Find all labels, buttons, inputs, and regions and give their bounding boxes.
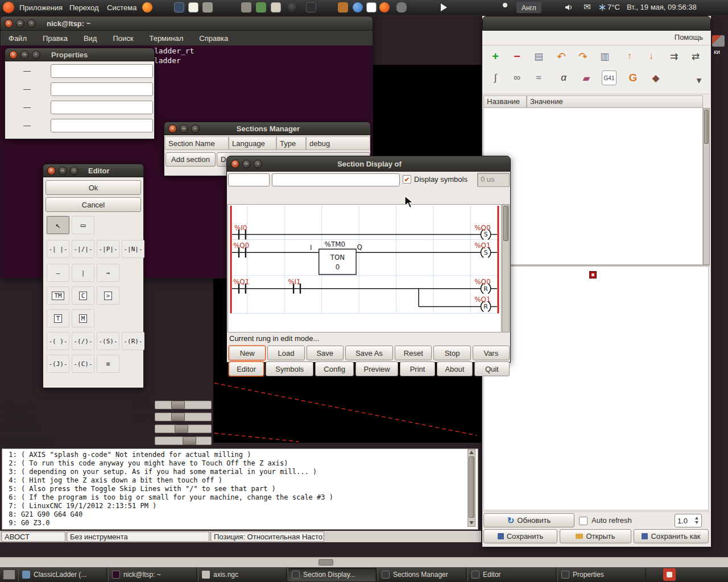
gcode-listing[interactable]: 1: ( AXIS "splash g-code" Not intended f… [2,448,478,530]
notebook-icon[interactable] [256,2,266,13]
cancel-button[interactable]: Cancel [46,197,141,212]
alpha-zoom-icon[interactable]: α [556,70,571,85]
add-icon[interactable]: + [488,49,503,64]
tool-coil-reset[interactable]: -(R)- [122,332,144,350]
menu-help[interactable]: Помощь [675,33,703,41]
tray-app-icon[interactable] [663,568,676,581]
character-map-icon[interactable] [366,2,377,13]
watch-scroll-thumb[interactable] [704,110,709,144]
gcode-scrollbar[interactable] [468,449,475,527]
editor-titlebar[interactable]: ✕ − ▫ Editor [43,164,144,177]
flame-icon[interactable] [379,2,390,13]
maximize-icon[interactable]: ▫ [254,160,262,168]
scale-input[interactable] [675,514,702,527]
close-icon[interactable]: ✕ [231,160,239,168]
about-button[interactable]: About [437,361,472,376]
new-button[interactable]: New [229,346,266,360]
minimize-icon[interactable]: − [242,160,251,168]
tool-contact-rising[interactable]: -|P|- [97,240,119,258]
tool-hline[interactable]: — [47,264,69,282]
tool-vline[interactable]: | [72,264,94,282]
users-tool-icon[interactable] [241,2,251,13]
maximize-icon[interactable]: ▫ [27,19,36,28]
tool-coil-not[interactable]: -(/)- [72,332,94,350]
symbol-edit-input[interactable] [272,173,400,186]
spindle-override-slider[interactable] [155,413,212,421]
resize-handle[interactable] [318,559,333,566]
tool-monostable[interactable]: M [72,309,94,327]
spin-up-icon[interactable] [695,517,698,519]
tool-pointer[interactable]: ↖ [47,216,69,234]
column-header-value[interactable]: Значение [527,95,703,108]
column-header-language[interactable]: Language [229,136,276,150]
save-button[interactable]: Save [307,346,344,360]
config-button[interactable]: Config [315,361,354,376]
curve-tool-icon[interactable]: ∫ [488,70,503,85]
minimize-icon[interactable]: − [59,167,67,175]
tool-timer-iec[interactable]: TM [47,286,69,305]
move-up-icon[interactable]: ↑ [622,49,637,64]
taskbar-item-sections-manager[interactable]: Sections Manager [378,568,466,581]
menu-applications[interactable]: Приложения [18,2,64,14]
close-icon[interactable]: ✕ [47,167,56,175]
section-value-input[interactable] [228,173,270,186]
display-symbols-checkbox[interactable]: ✔ [403,175,411,184]
indent-icon[interactable]: ⇉ [667,49,681,64]
ladder-scroll-thumb[interactable] [503,206,508,241]
max-velocity-slider[interactable] [155,436,212,445]
open-button[interactable]: Открыть [560,529,631,543]
ladder-scrollbar[interactable] [502,204,510,332]
gcode-icon[interactable]: G [626,70,640,85]
tool-coil[interactable]: -( )- [47,332,69,350]
reset-button[interactable]: Reset [395,346,432,360]
scroll-up-icon[interactable] [469,451,474,454]
refresh-button[interactable]: ↻Обновить [483,513,574,527]
auto-refresh-checkbox[interactable] [579,517,588,525]
show-desktop-button[interactable] [3,569,15,580]
maximize-icon[interactable]: ▫ [191,124,200,133]
jog-speed-slider[interactable] [155,425,212,433]
tool-block[interactable]: ≡ [97,355,119,373]
weather-icon[interactable] [598,3,606,11]
slider-handle[interactable] [175,425,188,433]
g41-compensation-icon[interactable]: G41 [602,70,617,85]
spin-down-icon[interactable] [695,521,698,524]
load-button[interactable]: Load [267,346,304,360]
watch-titlebar[interactable] [482,16,711,31]
sections-manager-titlebar[interactable]: ✕ − ▫ Sections Manager [164,122,371,135]
pointer-arrow-icon[interactable] [441,3,447,11]
vars-button[interactable]: Vars [473,346,510,360]
text-editor-icon[interactable] [188,2,198,13]
device-icon[interactable] [306,2,316,13]
gcode-scroll-thumb[interactable] [469,456,474,518]
stop-button[interactable]: Stop [433,346,470,360]
symbols-button[interactable]: Symbols [266,361,313,376]
menu-terminal[interactable]: Терминал [148,32,184,44]
tool-counter[interactable]: C [72,286,94,305]
column-header-debug[interactable]: debug [306,136,370,150]
property-input-3[interactable] [51,101,153,114]
menu-view[interactable]: Вид [82,32,98,44]
desktop-icon[interactable] [712,35,725,47]
maximize-icon[interactable]: ▫ [70,167,78,175]
close-icon[interactable]: ✕ [168,124,177,133]
slider-handle[interactable] [171,413,185,421]
property-input-2[interactable] [51,82,153,96]
menu-system[interactable]: Система [106,2,138,14]
remove-icon[interactable]: − [510,49,524,64]
paste-icon[interactable]: ▥ [597,49,612,64]
feed-override-slider[interactable] [155,401,212,409]
blue-app-icon[interactable] [353,2,363,13]
taskbar-item-section-display[interactable]: Section Display... [288,568,377,581]
taskbar-item-terminal[interactable]: nick@ltsp: ~ [108,568,197,581]
ubuntu-logo-icon[interactable] [3,2,14,13]
move-down-icon[interactable]: ↓ [644,49,659,64]
display-icon[interactable] [174,2,184,13]
watch-scrollbar[interactable] [703,108,710,265]
properties-titlebar[interactable]: ✕ − ▫ Properties [5,48,155,61]
save-button[interactable]: Сохранить [483,529,557,543]
keyboard-layout-indicator[interactable]: Англ [516,2,541,13]
preview-button[interactable]: Preview [355,361,398,376]
tool-eraser[interactable]: ▭ [72,216,94,234]
section-display-titlebar[interactable]: ✕ − ▫ Section Display of [226,156,511,172]
